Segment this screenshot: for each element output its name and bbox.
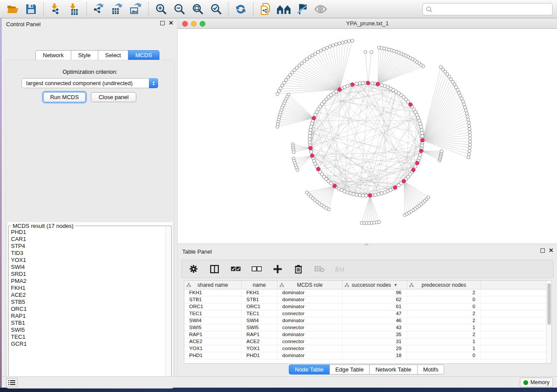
memory-button[interactable]: Memory xyxy=(520,378,553,387)
mcds-list-scrollbar[interactable] xyxy=(165,227,171,385)
delete-column-icon[interactable] xyxy=(293,263,304,275)
table-row[interactable]: ACE2ACE2connector311 xyxy=(184,338,546,345)
network-view-titlebar[interactable]: YPA_prune.txt_1 xyxy=(178,18,557,29)
float-panel-icon[interactable] xyxy=(160,21,165,25)
mcds-result-group: MCDS result (17 nodes) PHD1CAR1STP4TID3Y… xyxy=(7,222,173,386)
table-row[interactable]: SWI5SWI5connector431 xyxy=(184,324,546,331)
apply-layout-icon[interactable] xyxy=(232,1,250,17)
table-row[interactable]: FKH1FKH1dominator962 xyxy=(184,289,546,296)
deselect-all-rows-icon[interactable] xyxy=(251,263,262,275)
export-network-icon[interactable] xyxy=(90,1,108,17)
tab-motifs[interactable]: Motifs xyxy=(417,364,445,375)
cell-successor-nodes: 47 xyxy=(343,310,407,317)
cell-predecessor-nodes: 2 xyxy=(407,317,481,324)
node-table-scrollbar-thumb[interactable] xyxy=(547,283,551,325)
mcds-result-item[interactable]: PHD1 xyxy=(9,229,165,236)
table-row[interactable]: ORC1ORC1dominator610 xyxy=(184,303,546,310)
cell-name: FKH1 xyxy=(242,289,277,296)
table-row[interactable]: TEC1TEC1connector472 xyxy=(184,310,546,317)
open-file-icon[interactable] xyxy=(3,1,22,17)
close-table-panel-icon[interactable]: ✕ xyxy=(549,248,554,253)
tab-network-table[interactable]: Network Table xyxy=(369,364,417,375)
import-table-icon[interactable] xyxy=(65,1,83,17)
save-session-icon[interactable] xyxy=(22,1,40,17)
column-header-predecessor-nodes[interactable]: predecessor nodes xyxy=(407,281,481,289)
zoom-fit-icon[interactable] xyxy=(188,1,207,17)
toolbar-group xyxy=(90,1,145,17)
mcds-result-item[interactable]: ORC1 xyxy=(9,306,165,313)
cell-predecessor-nodes: 2 xyxy=(407,310,481,317)
tab-edge-table[interactable]: Edge Table xyxy=(329,364,370,375)
close-panel-button[interactable]: Close panel xyxy=(91,92,136,102)
first-neighbors-icon[interactable] xyxy=(275,1,293,17)
new-network-from-selection-icon[interactable] xyxy=(256,1,275,17)
mcds-result-item[interactable]: STB1 xyxy=(9,320,165,327)
node-table-scrollbar[interactable] xyxy=(546,281,551,363)
mcds-result-item[interactable]: STB5 xyxy=(9,299,165,306)
cell-predecessor-nodes: 2 xyxy=(407,289,481,296)
toolbar-separator xyxy=(253,2,253,16)
sort-desc-icon: ▼ xyxy=(394,283,398,287)
mcds-result-item[interactable]: FKH1 xyxy=(9,285,165,292)
mcds-result-item[interactable]: YOX1 xyxy=(9,257,165,264)
table-row[interactable]: YOX1YOX1connector291 xyxy=(184,345,546,352)
cell-shared-name: ACE2 xyxy=(184,338,242,345)
run-mcds-button[interactable]: Run MCDS xyxy=(43,92,86,102)
column-header-name[interactable]: name xyxy=(242,281,277,289)
horizontal-splitter-grip[interactable] xyxy=(365,244,368,245)
network-canvas[interactable] xyxy=(178,29,557,243)
mcds-result-item[interactable]: STP4 xyxy=(9,243,165,250)
tab-node-table[interactable]: Node Table xyxy=(289,364,329,375)
tab-mcds[interactable]: MCDS xyxy=(128,50,159,60)
network-view-window: YPA_prune.txt_1 xyxy=(178,18,557,243)
zoom-selected-icon[interactable] xyxy=(207,1,225,17)
mcds-result-item[interactable]: ACE2 xyxy=(9,292,165,299)
mcds-result-item[interactable]: SRD1 xyxy=(9,271,165,278)
select-all-rows-icon[interactable] xyxy=(230,263,241,275)
selected-option-label: largest connected component (undirected) xyxy=(22,80,149,86)
import-network-icon[interactable] xyxy=(47,1,65,17)
cell-shared-name: FKH1 xyxy=(184,289,242,296)
export-table-icon[interactable] xyxy=(108,1,127,17)
tab-style[interactable]: Style xyxy=(71,50,98,60)
mcds-result-item[interactable]: GCR1 xyxy=(9,340,165,347)
mcds-result-item[interactable]: TEC1 xyxy=(9,334,165,340)
toolbar-separator xyxy=(43,2,44,16)
optimization-criterion-select[interactable]: largest connected component (undirected)… xyxy=(21,78,158,88)
toolbar-separator xyxy=(86,2,87,16)
search-input[interactable] xyxy=(432,6,552,13)
zoom-out-icon[interactable] xyxy=(170,1,188,17)
tab-select[interactable]: Select xyxy=(98,50,128,60)
mcds-result-item[interactable]: PMA2 xyxy=(9,278,165,285)
cell-name: ACE2 xyxy=(242,338,277,345)
export-image-icon[interactable] xyxy=(127,1,145,17)
add-column-icon[interactable] xyxy=(272,263,283,275)
cell-shared-name: PHD1 xyxy=(184,352,242,359)
table-row[interactable]: STB1STB1dominator620 xyxy=(184,296,546,303)
column-header-shared-name[interactable]: shared name xyxy=(184,281,242,289)
mcds-result-item[interactable]: TID3 xyxy=(9,250,165,257)
mcds-result-item[interactable]: SWI5 xyxy=(9,327,165,334)
table-row[interactable]: RAP1RAP1dominator352 xyxy=(184,331,546,338)
mcds-result-item[interactable]: CAR1 xyxy=(9,236,165,243)
column-panel-icon[interactable] xyxy=(209,263,220,275)
float-table-panel-icon[interactable] xyxy=(540,248,545,253)
table-row[interactable]: PHD1PHD1dominator180 xyxy=(184,352,546,359)
cell-successor-nodes: 18 xyxy=(343,352,407,359)
table-settings-icon[interactable] xyxy=(188,263,199,275)
cell-shared-name: TEC1 xyxy=(184,310,242,317)
cell-name: YOX1 xyxy=(242,345,277,352)
table-row[interactable]: SWI4SWI4dominator462 xyxy=(184,317,546,324)
task-history-button[interactable] xyxy=(6,378,17,387)
zoom-in-icon[interactable] xyxy=(152,1,170,17)
mcds-result-list[interactable]: PHD1CAR1STP4TID3YOX1SWI4SRD1PMA2FKH1ACE2… xyxy=(9,229,165,384)
mcds-result-item[interactable]: SWI4 xyxy=(9,264,165,271)
column-header-MCDS-role[interactable]: MCDS role xyxy=(277,281,343,289)
search-box[interactable] xyxy=(422,3,553,15)
hide-selected-icon[interactable] xyxy=(293,1,311,17)
mcds-result-item[interactable]: RAP1 xyxy=(9,313,165,320)
table-panel-title: Table Panel xyxy=(182,248,212,255)
close-panel-icon[interactable]: ✕ xyxy=(169,21,173,25)
column-header-successor-nodes[interactable]: successor nodes▼ xyxy=(343,281,407,289)
tab-network[interactable]: Network xyxy=(35,50,71,60)
